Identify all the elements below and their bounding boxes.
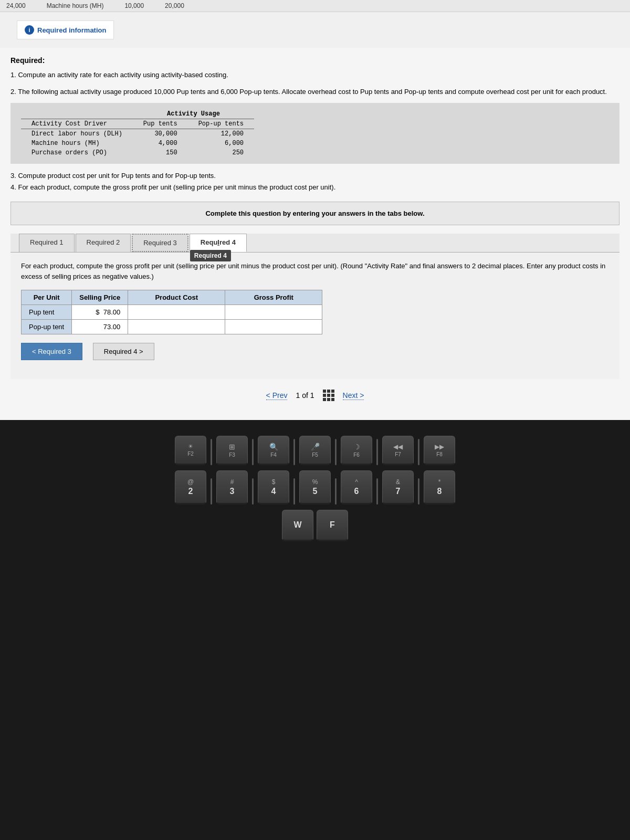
key-w[interactable]: W bbox=[282, 510, 313, 541]
page-current: 1 of 1 bbox=[296, 391, 314, 400]
sym-caret: ^ bbox=[355, 478, 358, 486]
top-strip: 24,000 Machine hours (MH) 10,000 20,000 bbox=[0, 0, 630, 12]
table-row: Pup tent $ 78.00 bbox=[22, 305, 322, 320]
instruction-box: Complete this question by entering your … bbox=[10, 202, 620, 225]
keyboard-section: ☀ F2 ⊞ F3 🔍 F4 🎤 F5 bbox=[0, 420, 630, 557]
prev-page-button[interactable]: < Prev bbox=[266, 391, 288, 400]
pagination-row: < Prev 1 of 1 Next > bbox=[10, 379, 620, 412]
pup-gross-profit-field[interactable] bbox=[229, 308, 318, 316]
num-4: 4 bbox=[271, 487, 276, 496]
grid-icon bbox=[323, 390, 334, 401]
pup-selling-price: $ 78.00 bbox=[72, 305, 128, 320]
next-required-4-button[interactable]: Required 4 > bbox=[93, 343, 154, 360]
num-3: 3 bbox=[230, 487, 235, 496]
req-info-banner[interactable]: i Required information bbox=[17, 20, 114, 39]
popup-tent-label: Pop-up tent bbox=[22, 320, 72, 334]
num-6: 6 bbox=[354, 487, 359, 496]
problem-title: Required: bbox=[10, 56, 620, 65]
key-f3[interactable]: ⊞ F3 bbox=[216, 436, 248, 465]
strip-col1: 24,000 bbox=[6, 2, 26, 9]
pup-product-cost-field[interactable] bbox=[132, 308, 220, 316]
num-key-row: @ 2 # 3 $ 4 % 5 ^ 6 bbox=[5, 470, 625, 505]
driver-3: Purchase orders (PO) bbox=[21, 148, 133, 158]
info-icon: i bbox=[25, 25, 34, 35]
key-6[interactable]: ^ 6 bbox=[341, 470, 372, 505]
next-page-button[interactable]: Next > bbox=[343, 391, 364, 400]
col-per-unit: Per Unit bbox=[22, 290, 72, 305]
activity-usage-header: Activity Usage bbox=[133, 109, 254, 119]
strip-col4: 20,000 bbox=[165, 2, 184, 9]
sym-at: @ bbox=[187, 478, 194, 486]
pup-gross-profit-input[interactable] bbox=[225, 305, 322, 320]
popup-2: 6,000 bbox=[188, 139, 254, 148]
num-8: 8 bbox=[437, 487, 442, 496]
activity-table-wrap: Activity Usage Activity Cost Driver Pup … bbox=[10, 103, 620, 164]
key-2[interactable]: @ 2 bbox=[175, 470, 206, 505]
key-divider bbox=[211, 478, 212, 505]
driver-2: Machine hours (MH) bbox=[21, 139, 133, 148]
tab-required-3[interactable]: Required 3 bbox=[132, 234, 188, 252]
activity-table: Activity Usage Activity Cost Driver Pup … bbox=[21, 109, 254, 158]
key-4[interactable]: $ 4 bbox=[258, 470, 289, 505]
key-f7[interactable]: ◀◀ F7 bbox=[382, 436, 414, 465]
key-3[interactable]: # 3 bbox=[216, 470, 248, 505]
pup-product-cost-input[interactable] bbox=[128, 305, 225, 320]
pup-2: 4,000 bbox=[133, 139, 188, 148]
table-row: Direct labor hours (DLH) 30,000 12,000 bbox=[21, 129, 254, 139]
key-5[interactable]: % 5 bbox=[299, 470, 331, 505]
key-divider bbox=[335, 478, 337, 505]
popup-product-cost-field[interactable] bbox=[132, 323, 220, 331]
key-f2[interactable]: ☀ F2 bbox=[175, 436, 206, 465]
tab-required-4[interactable]: RequIred 4 Required 4 bbox=[190, 234, 247, 252]
popup-gross-profit-input[interactable] bbox=[225, 320, 322, 334]
tab-required-1[interactable]: Required 1 bbox=[19, 234, 75, 252]
col2-header: Pup tents bbox=[133, 119, 188, 129]
sym-hash: # bbox=[230, 478, 234, 486]
key-divider bbox=[418, 439, 419, 465]
steps-3-4: 3. Compute product cost per unit for Pup… bbox=[10, 170, 620, 193]
sym-percent: % bbox=[312, 478, 318, 486]
step4-text: 4. For each product, compute the gross p… bbox=[10, 182, 620, 193]
nav-buttons: < Required 3 Required 4 > bbox=[21, 343, 609, 360]
table-row: Pop-up tent 73.00 bbox=[22, 320, 322, 334]
popup-gross-profit-field[interactable] bbox=[229, 323, 318, 331]
step1-text: 1. Compute an activity rate for each act… bbox=[10, 70, 620, 80]
key-divider bbox=[252, 439, 254, 465]
popup-product-cost-input[interactable] bbox=[128, 320, 225, 334]
popup-selling-price: 73.00 bbox=[72, 320, 128, 334]
key-divider bbox=[211, 439, 212, 465]
key-f5[interactable]: 🎤 F5 bbox=[299, 436, 331, 465]
popup-1: 12,000 bbox=[188, 129, 254, 139]
key-7[interactable]: & 7 bbox=[382, 470, 414, 505]
key-f6[interactable]: ☽ F6 bbox=[341, 436, 372, 465]
num-5: 5 bbox=[313, 487, 318, 496]
pup-tent-label: Pup tent bbox=[22, 305, 72, 320]
key-f8[interactable]: ▶▶ F8 bbox=[424, 436, 455, 465]
key-f4[interactable]: 🔍 F4 bbox=[258, 436, 289, 465]
num-7: 7 bbox=[396, 487, 401, 496]
key-divider bbox=[376, 439, 378, 465]
key-f[interactable]: F bbox=[317, 510, 348, 541]
letter-row: W F bbox=[5, 510, 625, 541]
strip-col3: 10,000 bbox=[124, 2, 144, 9]
gross-profit-table: Per Unit Selling Price Product Cost Gros… bbox=[21, 290, 322, 334]
tab4-description: For each product, compute the gross prof… bbox=[21, 261, 609, 281]
tab-required-2[interactable]: Required 2 bbox=[76, 234, 131, 252]
tab4-content: For each product, compute the gross prof… bbox=[10, 253, 620, 379]
key-8[interactable]: * 8 bbox=[424, 470, 455, 505]
table-row: Purchase orders (PO) 150 250 bbox=[21, 148, 254, 158]
main-content: 24,000 Machine hours (MH) 10,000 20,000 … bbox=[0, 0, 630, 557]
sym-star: * bbox=[438, 478, 441, 486]
instruction-text: Complete this question by entering your … bbox=[20, 209, 610, 217]
col3-header: Pop-up tents bbox=[188, 119, 254, 129]
step3-text: 3. Compute product cost per unit for Pup… bbox=[10, 170, 620, 182]
prev-required-3-button[interactable]: < Required 3 bbox=[21, 343, 82, 360]
key-divider bbox=[293, 478, 295, 505]
step2-text: 2. The following actual activity usage p… bbox=[10, 87, 620, 97]
req-info-container: i Required information bbox=[0, 12, 630, 48]
col-gross-profit: Gross Profit bbox=[225, 290, 322, 305]
sym-dollar: $ bbox=[272, 478, 276, 486]
pup-1: 30,000 bbox=[133, 129, 188, 139]
popup-3: 250 bbox=[188, 148, 254, 158]
key-divider bbox=[293, 439, 295, 465]
